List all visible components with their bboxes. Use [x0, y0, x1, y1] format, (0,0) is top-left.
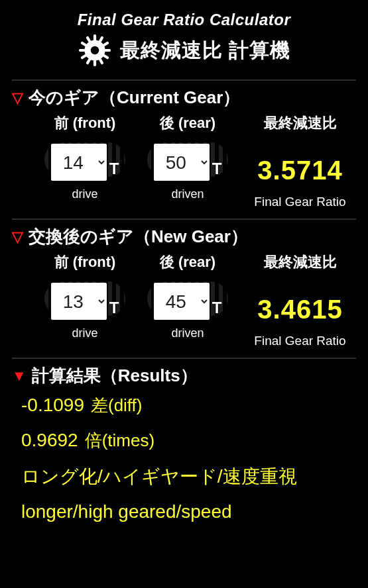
label-rear: 後 (rear) [160, 113, 215, 133]
svg-rect-7 [102, 54, 109, 59]
svg-rect-1 [93, 34, 96, 40]
rear-teeth-select-new[interactable]: 45 [154, 283, 210, 320]
triangle-down-icon: ▽ [12, 91, 23, 105]
svg-rect-4 [104, 49, 110, 52]
triangle-down-icon: ▽ [12, 230, 23, 244]
teeth-suffix: T [109, 299, 119, 317]
label-driven: driven [171, 187, 204, 201]
label-drive: drive [72, 326, 97, 340]
results-body: -0.1099 差(diff) 0.9692 倍(times) ロング化/ハイギ… [12, 394, 356, 522]
col-front-current: 前 (front) 14 T drive [38, 113, 131, 201]
label-ratio-jp: 最終減速比 [264, 113, 337, 133]
section-current-gear: ▽ 今のギア（Current Gear） 前 (front) 14 T driv… [12, 86, 356, 209]
col-ratio-current: 最終減速比 3.5714 Final Gear Ratio [244, 113, 356, 209]
app-title-jp: 最終減速比 計算機 [120, 37, 290, 64]
label-rear: 後 (rear) [160, 252, 215, 272]
times-value: 0.9692 [21, 430, 78, 451]
svg-rect-11 [80, 41, 87, 46]
teeth-suffix: T [109, 160, 119, 178]
result-desc-en: longer/high geared/speed [21, 501, 356, 522]
times-unit: 倍(times) [85, 429, 154, 452]
ratio-value-current: 3.5714 [257, 156, 342, 185]
section-header-new: ▽ 交換後のギア（New Gear） [12, 225, 356, 248]
svg-rect-9 [86, 58, 91, 65]
sprocket-icon [78, 33, 112, 68]
triangle-down-solid-icon: ▼ [12, 369, 27, 383]
section-results: ▼ 計算結果（Results） -0.1099 差(diff) 0.9692 倍… [12, 364, 356, 522]
gear-row-current: 前 (front) 14 T drive 後 (rear) 50 [12, 113, 356, 209]
label-front: 前 (front) [54, 252, 116, 272]
section-header-current: ▽ 今のギア（Current Gear） [12, 86, 356, 109]
diff-unit: 差(diff) [91, 394, 143, 417]
front-teeth-select-new[interactable]: 13 [51, 283, 107, 320]
app-root: Final Gear Ratio Calculator [0, 0, 368, 588]
svg-rect-3 [79, 49, 85, 52]
ratio-value-new: 3.4615 [257, 295, 342, 324]
col-rear-new: 後 (rear) 45 T driven [138, 252, 237, 340]
label-ratio-en: Final Gear Ratio [254, 195, 345, 209]
title-row: 最終減速比 計算機 [12, 33, 356, 68]
select-wrap: 50 T [154, 138, 222, 181]
svg-rect-5 [98, 36, 103, 42]
svg-rect-12 [86, 36, 91, 42]
divider [12, 358, 356, 359]
svg-point-13 [91, 46, 99, 54]
app-title-en: Final Gear Ratio Calculator [12, 11, 356, 29]
select-wrap: 14 T [51, 138, 119, 181]
section-title-current: 今のギア（Current Gear） [29, 86, 240, 109]
svg-rect-6 [102, 41, 109, 46]
section-header-results: ▼ 計算結果（Results） [12, 364, 356, 387]
section-new-gear: ▽ 交換後のギア（New Gear） 前 (front) 13 T drive … [12, 225, 356, 348]
diff-value: -0.1099 [21, 395, 84, 416]
select-wrap: 13 T [51, 277, 119, 320]
label-driven: driven [171, 326, 204, 340]
gear-row-new: 前 (front) 13 T drive 後 (rear) 45 [12, 252, 356, 348]
divider [12, 219, 356, 220]
label-ratio-en: Final Gear Ratio [254, 334, 345, 348]
label-drive: drive [72, 187, 97, 201]
col-rear-current: 後 (rear) 50 T driven [138, 113, 237, 201]
result-desc-jp: ロング化/ハイギヤード/速度重視 [21, 464, 356, 489]
col-ratio-new: 最終減速比 3.4615 Final Gear Ratio [244, 252, 356, 348]
result-diff: -0.1099 差(diff) [21, 394, 356, 417]
divider [12, 79, 356, 81]
teeth-suffix: T [212, 160, 222, 178]
section-title-results: 計算結果（Results） [32, 364, 198, 387]
select-wrap: 45 T [154, 277, 222, 320]
label-ratio-jp: 最終減速比 [264, 252, 337, 272]
col-front-new: 前 (front) 13 T drive [38, 252, 131, 340]
label-front: 前 (front) [54, 113, 116, 133]
teeth-suffix: T [212, 299, 222, 317]
result-times: 0.9692 倍(times) [21, 429, 356, 452]
svg-rect-10 [80, 54, 87, 59]
front-teeth-select-current[interactable]: 14 [51, 144, 107, 181]
svg-rect-2 [93, 60, 96, 66]
svg-rect-8 [98, 58, 103, 65]
section-title-new: 交換後のギア（New Gear） [29, 225, 248, 248]
rear-teeth-select-current[interactable]: 50 [154, 144, 210, 181]
